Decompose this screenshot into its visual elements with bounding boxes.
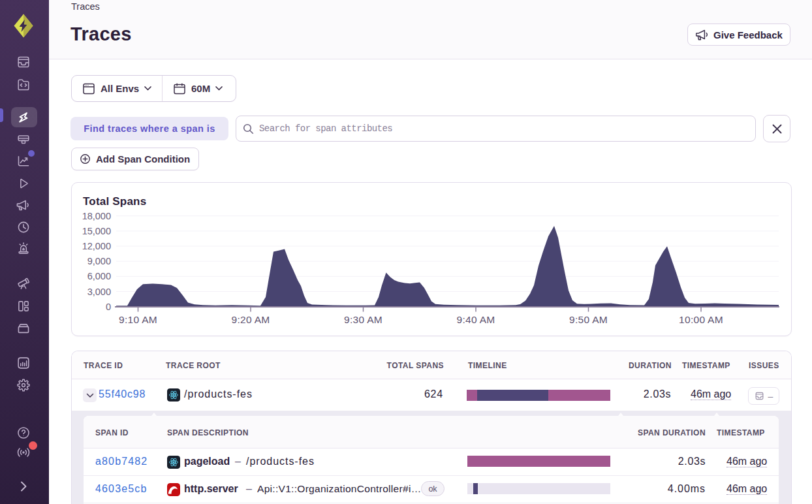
svg-text:18,000: 18,000	[82, 211, 111, 221]
svg-text:9:20 AM: 9:20 AM	[232, 314, 270, 325]
svg-text:15,000: 15,000	[82, 226, 111, 236]
svg-text:10:00 AM: 10:00 AM	[679, 314, 723, 325]
svg-text:12,000: 12,000	[82, 241, 111, 251]
svg-text:9:30 AM: 9:30 AM	[344, 314, 383, 325]
svg-text:9:10 AM: 9:10 AM	[119, 314, 157, 325]
svg-text:3,000: 3,000	[87, 287, 111, 297]
svg-text:9:40 AM: 9:40 AM	[457, 314, 495, 325]
svg-text:9,000: 9,000	[87, 256, 111, 266]
svg-text:9:50 AM: 9:50 AM	[569, 314, 608, 325]
svg-text:0: 0	[106, 302, 111, 312]
svg-text:6,000: 6,000	[87, 271, 111, 281]
